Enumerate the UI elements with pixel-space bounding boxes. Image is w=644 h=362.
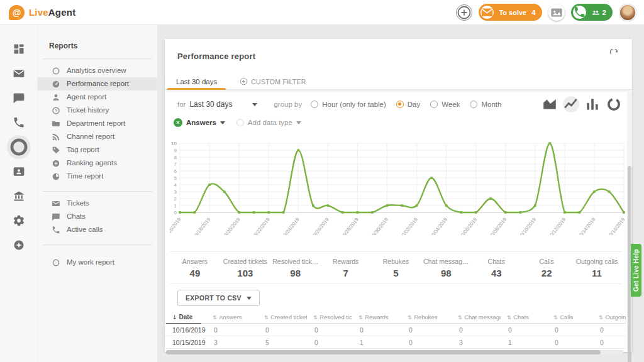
rail-reports-button[interactable] [7,135,31,159]
bar-chart-icon [584,96,601,112]
radio-hour[interactable]: Hour (only for table) [311,101,386,108]
envelope-icon [52,199,60,208]
stat-rebukes: Rebukes5 [371,252,421,283]
nav-item-tickets[interactable]: Tickets [38,197,157,210]
rail-chats-button[interactable] [13,92,25,104]
agents-online-icon [591,8,600,17]
nav-item-ticket-history[interactable]: Ticket history [38,104,157,117]
table-row[interactable]: 10/15/2019 3 5 0 1 0 3 1 0 0 [165,336,626,349]
calls-status-button[interactable]: 2 [571,4,613,21]
chevron-down-icon[interactable] [220,121,225,124]
nav-item-chats[interactable]: Chats [38,210,157,223]
rail-customers-button[interactable] [13,165,25,178]
chevron-down-icon [252,103,257,106]
chevron-down-icon[interactable] [296,121,301,124]
svg-text:5: 5 [174,175,177,181]
column-header-created-tickets[interactable]: ⇅Created tickets [258,314,307,321]
table-header: ↓Date ⇅Answers ⇅Created tickets ⇅Resolve… [165,310,626,324]
chart-legend: × Answers Add data type [174,118,301,127]
nav-item-performance-report[interactable]: Performance report [38,77,157,90]
svg-text:10: 10 [171,141,177,146]
rail-settings-button[interactable] [13,214,25,227]
nav-item-channel-report[interactable]: Channel report [38,130,157,143]
divider [43,58,152,59]
svg-text:4: 4 [174,182,177,188]
donut-chart-button[interactable] [606,96,622,112]
add-button[interactable] [456,4,472,21]
radio-icon [470,101,477,108]
answers-line-chart: 01234567891009/16/201909/18/201909/20/20… [170,137,629,235]
refresh-button[interactable] [609,49,619,59]
nav-item-my-work-report[interactable]: My work report [38,256,157,269]
rail-calls-button[interactable] [13,116,25,129]
svg-text:09/18/2019: 09/18/2019 [192,216,212,235]
to-solve-count-badge: 4 [531,9,535,16]
stat-chats: Chats43 [471,252,521,283]
svg-text:09/20/2019: 09/20/2019 [221,216,242,235]
nav-item-tag-report[interactable]: Tag report [38,143,157,156]
svg-text:09/16/2019: 09/16/2019 [170,216,182,235]
table-row[interactable]: 10/16/2019 0 0 0 0 0 0 0 0 0 [165,324,626,336]
svg-text:10/06/2019: 10/06/2019 [458,216,478,235]
nav-item-agent-report[interactable]: Agent report [38,90,157,104]
stat-created-tickets: Created tickets103 [220,252,270,283]
messages-button[interactable] [548,4,565,21]
svg-text:1: 1 [174,203,177,209]
column-header-rewards[interactable]: ⇅Rewards [352,314,401,321]
svg-text:09/24/2019: 09/24/2019 [280,216,301,235]
to-solve-button[interactable]: To solve 4 [479,4,541,21]
horizontal-scrollbar[interactable] [166,350,623,354]
sort-icon: ⇅ [408,314,412,321]
svg-text:10/16/2019: 10/16/2019 [606,216,626,235]
sort-desc-icon: ↓ [172,314,177,321]
nav-item-department-report[interactable]: Department report [38,117,157,130]
liveagent-logo[interactable]: @ LiveAgent [9,5,75,20]
tab-custom-filter[interactable]: CUSTOM FILTER [228,73,318,90]
column-header-resolved-tickets[interactable]: ⇅Resolved tickets [307,314,352,321]
nav-item-ranking-agents[interactable]: Ranking agents [38,156,157,170]
sidebar-title: Reports [49,41,157,50]
vertical-scrollbar[interactable] [627,92,632,351]
radio-week[interactable]: Week [430,101,460,108]
rail-dashboard-button[interactable] [13,43,25,55]
remove-series-icon[interactable]: × [174,118,182,127]
date-range-dropdown[interactable]: Last 30 days [189,100,257,109]
get-live-help-button[interactable]: Get Live Help [631,244,641,297]
sort-icon: ⇅ [313,314,318,321]
column-header-chats[interactable]: ⇅Chats [501,314,547,321]
radio-month[interactable]: Month [470,101,501,108]
bar-chart-button[interactable] [584,96,601,112]
column-header-chat-messages[interactable]: ⇅Chat messages [452,314,501,321]
column-header-date[interactable]: ↓Date [165,310,206,324]
agents-online-count: 2 [602,9,606,16]
rail-tickets-button[interactable] [13,67,25,80]
rail-addons-button[interactable] [13,239,25,251]
column-header-outgoing-calls[interactable]: ⇅Outgoing calls [592,314,626,321]
divider [43,244,152,245]
area-chart-icon [541,96,558,112]
bank-icon [13,190,25,202]
rail-billing-button[interactable] [13,190,25,202]
export-to-csv-button[interactable]: EXPORT TO CSV [177,290,260,306]
rss-icon [52,133,60,141]
column-header-rebukes[interactable]: ⇅Rebukes [401,314,452,321]
nav-item-time-report[interactable]: Time report [38,170,157,183]
add-data-type-label[interactable]: Add data type [248,119,292,126]
circle-icon [52,67,60,75]
column-header-calls[interactable]: ⇅Calls [547,314,592,321]
radio-day[interactable]: Day [396,101,420,108]
nav-item-analytics-overview[interactable]: Analytics overview [38,64,157,77]
column-header-answers[interactable]: ⇅Answers [206,314,258,321]
scrollbar-thumb[interactable] [166,350,601,354]
stat-chat-messages: Chat messag…98 [421,252,471,283]
envelope-icon [13,67,25,80]
envelope-icon [480,6,494,19]
nav-item-active-calls[interactable]: Active calls [38,223,157,236]
tab-last-30-days[interactable]: Last 30 days [165,73,228,90]
area-chart-button[interactable] [541,96,558,112]
line-chart-button[interactable] [563,96,579,112]
plus-circle-icon [240,77,248,85]
svg-text:09/30/2019: 09/30/2019 [369,216,389,235]
user-avatar[interactable] [619,4,636,21]
folder-icon [52,119,60,128]
